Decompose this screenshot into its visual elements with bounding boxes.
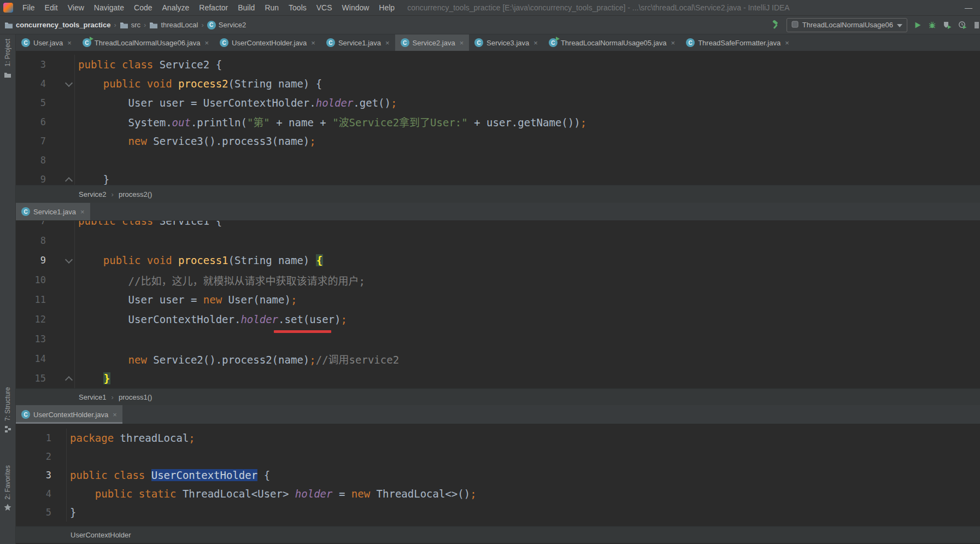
menu-navigate[interactable]: Navigate (89, 0, 129, 15)
line-number: 9 (40, 174, 46, 185)
run-button[interactable] (914, 21, 922, 29)
line-number: 5 (46, 507, 51, 518)
run-configuration-select[interactable]: ThreadLocalNormalUsage06 (787, 18, 907, 32)
debug-button[interactable] (928, 21, 936, 29)
line-number: 2 (46, 451, 51, 462)
tab-service1-java[interactable]: CService1.java× (16, 203, 90, 220)
menu-view[interactable]: View (63, 0, 89, 15)
minimize-button[interactable]: — (965, 3, 972, 12)
editor-crumb-process1()[interactable]: process1() (119, 393, 152, 401)
editor-crumb-service1[interactable]: Service1 (79, 393, 107, 401)
close-icon[interactable]: × (671, 39, 676, 47)
editor-crumb-usercontextholder[interactable]: UserContextHolder (71, 531, 131, 539)
tool-window-button-structure[interactable]: 7: Structure (0, 387, 15, 435)
tab-threadsafeformatter-java[interactable]: CThreadSafeFormatter.java× (680, 34, 795, 51)
fold-down-icon[interactable] (65, 256, 73, 264)
code-line: 1package threadLocal; (16, 429, 980, 447)
menu-build[interactable]: Build (233, 0, 260, 15)
code-text: } (75, 372, 110, 384)
tab-usercontextholder-java[interactable]: CUserContextHolder.java× (214, 34, 321, 51)
nav-crumb-concurrency_tools_practice[interactable]: concurrency_tools_practice (4, 21, 110, 29)
tab-service1-java[interactable]: CService1.java× (321, 34, 395, 51)
tab-service2-java[interactable]: CService2.java× (395, 34, 470, 51)
line-number: 12 (35, 314, 46, 325)
close-icon[interactable]: × (113, 411, 117, 419)
code-line: 15 } (16, 368, 980, 388)
editor-pane-service1: CService1.java× 7public class Service1 {… (16, 203, 980, 405)
menu-tools[interactable]: Tools (284, 0, 312, 15)
menu-refactor[interactable]: Refactor (194, 0, 233, 15)
code-editor-service1[interactable]: 7public class Service1 {89 public void p… (16, 221, 980, 388)
navigation-bar: concurrency_tools_practice›src›threadLoc… (0, 16, 980, 34)
run-config-label: ThreadLocalNormalUsage06 (802, 21, 893, 29)
menu-window[interactable]: Window (337, 0, 374, 15)
menu-vcs[interactable]: VCS (312, 0, 337, 15)
close-icon[interactable]: × (385, 39, 390, 47)
menu-file[interactable]: File (17, 0, 40, 15)
fold-up-icon[interactable] (65, 177, 73, 184)
tool-window-button-project[interactable]: 1: Project (0, 39, 15, 80)
gutter: 13 (16, 329, 75, 349)
breadcrumb-separator: › (112, 393, 114, 401)
nav-crumb-threadlocal[interactable]: threadLocal (149, 21, 198, 29)
gutter: 2 (16, 447, 67, 466)
close-icon[interactable]: × (80, 208, 85, 216)
tab-label: Service3.java (486, 39, 529, 47)
close-icon[interactable]: × (785, 39, 789, 47)
breadcrumb-separator: › (144, 21, 146, 29)
code-editor-service2[interactable]: 3public class Service2 {4 public void pr… (16, 51, 980, 185)
menu-code[interactable]: Code (129, 0, 157, 15)
gutter: 12 (16, 309, 75, 329)
runnable-class-icon: C (549, 38, 558, 47)
code-text: User user = new User(name); (75, 294, 297, 306)
menu-help[interactable]: Help (374, 0, 400, 15)
structure-icon (4, 425, 11, 435)
tool-window-button-favorites[interactable]: 2: Favorites (0, 465, 15, 513)
menu-run[interactable]: Run (260, 0, 284, 15)
class-icon: C (326, 38, 335, 47)
tab-threadlocalnormalusage06-java[interactable]: CThreadLocalNormalUsage06.java× (77, 34, 214, 51)
gutter: 6 (16, 112, 75, 131)
fold-down-icon[interactable] (65, 79, 73, 86)
editor-crumb-process2()[interactable]: process2() (119, 190, 152, 198)
code-text: public void process1(String name) { (75, 254, 323, 266)
close-icon[interactable]: × (460, 39, 464, 47)
menu-analyze[interactable]: Analyze (157, 0, 195, 15)
gutter: 15 (16, 368, 75, 388)
breadcrumb-separator: › (201, 21, 203, 29)
code-text: } (67, 506, 76, 518)
tab-label: ThreadSafeFormatter.java (698, 39, 781, 47)
breadcrumb: concurrency_tools_practice›src›threadLoc… (4, 21, 246, 30)
favorites-tool-label: 2: Favorites (4, 465, 11, 500)
nav-crumb-service2[interactable]: CService2 (207, 21, 247, 30)
code-text: public class Service1 { (75, 221, 222, 227)
menu-edit[interactable]: Edit (40, 0, 63, 15)
editor-crumb-service2[interactable]: Service2 (79, 190, 107, 198)
profiler-button[interactable] (958, 21, 967, 29)
tab-user-java[interactable]: CUser.java× (16, 34, 77, 51)
intellij-idea-window: { "title_bar": { "menus": ["File","Edit"… (0, 0, 980, 544)
editor-breadcrumb-service1: Service1›process1() (16, 388, 980, 405)
close-icon[interactable]: × (67, 39, 72, 47)
close-icon[interactable]: × (533, 39, 538, 47)
nav-crumb-src[interactable]: src (120, 21, 140, 29)
fold-up-icon[interactable] (65, 376, 73, 384)
line-number: 7 (40, 221, 46, 226)
code-line: 9 } (16, 169, 980, 185)
build-hammer-icon[interactable] (771, 20, 780, 30)
runnable-class-icon: C (83, 38, 91, 47)
line-number: 4 (40, 78, 46, 89)
tab-usercontextholder-java[interactable]: CUserContextHolder.java× (16, 405, 122, 424)
tab-service3-java[interactable]: CService3.java× (469, 34, 543, 51)
close-icon[interactable]: × (204, 39, 209, 47)
code-text: UserContextHolder.holder.set(user); (75, 313, 347, 325)
code-text: } (75, 173, 109, 185)
class-icon: C (474, 38, 483, 47)
code-text: public class UserContextHolder { (67, 469, 270, 481)
gutter: 10 (16, 270, 75, 290)
code-editor-usercontextholder[interactable]: 1package threadLocal;23public class User… (16, 424, 980, 526)
run-with-coverage-button[interactable] (943, 21, 952, 29)
tab-threadlocalnormalusage05-java[interactable]: CThreadLocalNormalUsage05.java× (543, 34, 680, 51)
line-number: 8 (40, 235, 46, 246)
close-icon[interactable]: × (311, 39, 315, 47)
